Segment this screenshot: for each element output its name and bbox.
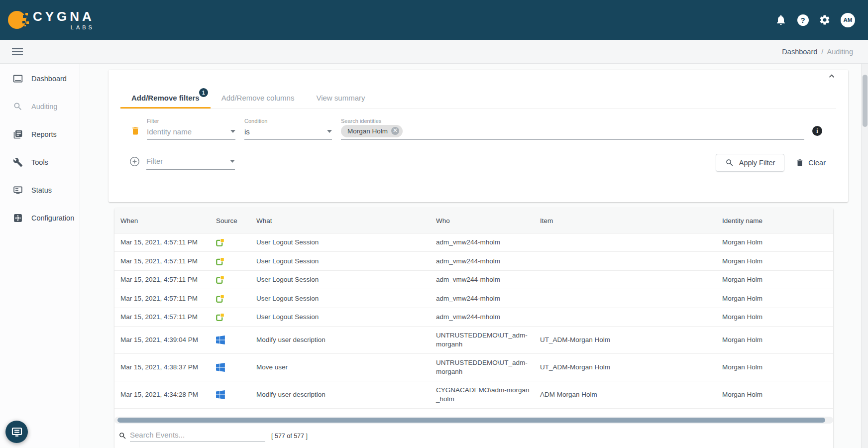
table-row[interactable]: Mar 15, 2021, 4:38:37 PMMove userUNTRUST… <box>114 354 833 381</box>
tab-add-remove-columns[interactable]: Add/Remove columns <box>211 87 306 109</box>
cell-source <box>212 271 256 289</box>
sidebar-item-dashboard[interactable]: Dashboard <box>0 65 80 93</box>
column-header-source[interactable]: Source <box>212 217 256 224</box>
tab-label: Add/Remove columns <box>221 94 295 102</box>
filter-panel: Add/Remove filters 1 Add/Remove columns … <box>108 70 848 202</box>
cell-source <box>212 308 256 326</box>
column-header-when[interactable]: When <box>114 217 212 224</box>
filter-actions-row: Filter Apply Filter Clear <box>108 140 848 172</box>
column-header-who[interactable]: Who <box>436 217 540 224</box>
condition-select[interactable]: Condition is <box>244 118 332 140</box>
filter-value: Identity name <box>147 127 192 136</box>
brand-name: CYGNA <box>33 10 95 23</box>
table-footer: [ 577 of 577 ] <box>114 424 833 448</box>
apply-filter-button[interactable]: Apply Filter <box>716 154 785 172</box>
vertical-scrollbar <box>861 64 868 448</box>
cell-source <box>212 358 256 376</box>
hamburger-menu-icon[interactable] <box>12 46 23 57</box>
configuration-icon <box>13 213 23 223</box>
column-header-identity-name[interactable]: Identity name <box>722 217 833 224</box>
search-icon <box>118 432 127 440</box>
tab-add-remove-filters[interactable]: Add/Remove filters 1 <box>120 87 211 109</box>
search-icon <box>13 102 23 112</box>
sidebar-item-auditing[interactable]: Auditing <box>0 93 80 120</box>
cell-item <box>540 238 722 247</box>
vmware-icon <box>216 257 225 266</box>
horizontal-scrollbar-thumb[interactable] <box>117 418 825 423</box>
info-icon[interactable]: i <box>812 126 822 136</box>
remove-filter-trash-icon[interactable] <box>130 126 140 138</box>
cell-item <box>540 409 722 415</box>
table-row[interactable]: Mar 15, 2021, 4:57:11 PMUser Logout Sess… <box>114 308 833 327</box>
cell-what: Move user <box>256 358 436 376</box>
settings-gear-icon[interactable] <box>819 14 831 26</box>
sidebar-item-tools[interactable]: Tools <box>0 148 80 176</box>
support-chat-button[interactable] <box>5 421 28 443</box>
cell-item <box>540 257 722 266</box>
clear-filter-button[interactable]: Clear <box>795 158 826 167</box>
table-row[interactable]: Mar 15, 2021, 4:57:11 PMUser Logout Sess… <box>114 289 833 308</box>
tab-filter-count-badge: 1 <box>199 88 208 97</box>
collapse-panel-chevron-up-icon[interactable] <box>827 72 836 81</box>
sidebar-item-label: Configuration <box>31 214 74 222</box>
breadcrumb: Dashboard / Auditing <box>782 48 853 56</box>
vertical-scrollbar-thumb[interactable] <box>863 75 868 127</box>
add-filter-select[interactable]: Filter <box>146 156 235 170</box>
cell-what: User Logout Session <box>256 233 436 251</box>
cell-identity-name: Morgan Holm <box>722 290 833 308</box>
user-avatar[interactable]: AM <box>841 13 855 27</box>
cell-identity-name: Morgan Holm <box>722 358 833 376</box>
table-row[interactable]: Mar 15, 2021, 4:57:11 PMUser Logout Sess… <box>114 233 833 252</box>
cell-source <box>212 233 256 251</box>
cell-who: CYGNACADEMO\adm-morgan_holm <box>436 381 540 408</box>
table-row[interactable] <box>114 409 833 415</box>
cell-item <box>540 275 722 284</box>
vmware-icon <box>216 313 225 322</box>
cell-when: Mar 15, 2021, 4:39:04 PM <box>114 331 212 349</box>
help-icon[interactable]: ? <box>797 14 809 26</box>
column-header-what[interactable]: What <box>256 217 436 224</box>
top-app-bar: CYGNA LABS ? AM <box>0 0 868 40</box>
identity-chip: Morgan Holm ✕ <box>341 125 403 137</box>
horizontal-scrollbar <box>114 417 833 424</box>
secondary-bar: Dashboard / Auditing <box>0 40 868 64</box>
cell-what: Modify user description <box>256 331 436 349</box>
add-filter-plus-icon[interactable] <box>129 156 140 167</box>
breadcrumb-separator: / <box>821 48 823 56</box>
identity-chip-label: Morgan Holm <box>347 127 388 135</box>
cell-item <box>540 294 722 303</box>
search-events-input[interactable] <box>130 430 265 442</box>
chip-remove-icon[interactable]: ✕ <box>391 127 399 135</box>
chevron-down-icon <box>230 160 235 163</box>
sidebar-item-reports[interactable]: Reports <box>0 120 80 148</box>
table-header-row: When Source What Who Item Identity name <box>114 208 833 233</box>
notifications-bell-icon[interactable] <box>775 14 787 26</box>
table-row[interactable]: Mar 15, 2021, 4:57:11 PMUser Logout Sess… <box>114 252 833 270</box>
cell-who: UNTRUSTEDDEMO\UT_adm-morganh <box>436 354 540 381</box>
reports-icon <box>13 129 23 139</box>
table-row[interactable]: Mar 15, 2021, 4:39:04 PMModify user desc… <box>114 327 833 354</box>
tab-view-summary[interactable]: View summary <box>305 87 376 109</box>
events-table: When Source What Who Item Identity name … <box>114 208 833 448</box>
table-row[interactable]: Mar 15, 2021, 4:34:28 PMModify user desc… <box>114 381 833 409</box>
cell-when: Mar 15, 2021, 4:57:11 PM <box>114 271 212 289</box>
sidebar-item-configuration[interactable]: Configuration <box>0 204 80 232</box>
windows-icon <box>216 363 225 372</box>
cell-who: adm_vmw244-mholm <box>436 233 540 251</box>
cell-what: User Logout Session <box>256 308 436 326</box>
cell-source <box>212 386 256 404</box>
breadcrumb-auditing: Auditing <box>827 48 853 56</box>
events-count: [ 577 of 577 ] <box>271 433 308 440</box>
column-header-item[interactable]: Item <box>540 217 722 224</box>
add-filter-placeholder: Filter <box>146 157 163 165</box>
sidebar-item-label: Auditing <box>31 103 57 111</box>
table-row[interactable]: Mar 15, 2021, 4:57:11 PMUser Logout Sess… <box>114 271 833 289</box>
sidebar-item-status[interactable]: Status <box>0 176 80 204</box>
cell-what: Modify user description <box>256 386 436 404</box>
cell-identity-name <box>722 409 833 415</box>
search-identities-field[interactable]: Search identities Morgan Holm ✕ <box>341 118 804 140</box>
breadcrumb-dashboard[interactable]: Dashboard <box>782 48 817 56</box>
brand-sub: LABS <box>71 25 95 30</box>
filter-type-select[interactable]: Filter Identity name <box>147 118 235 140</box>
cell-what: User Logout Session <box>256 290 436 308</box>
